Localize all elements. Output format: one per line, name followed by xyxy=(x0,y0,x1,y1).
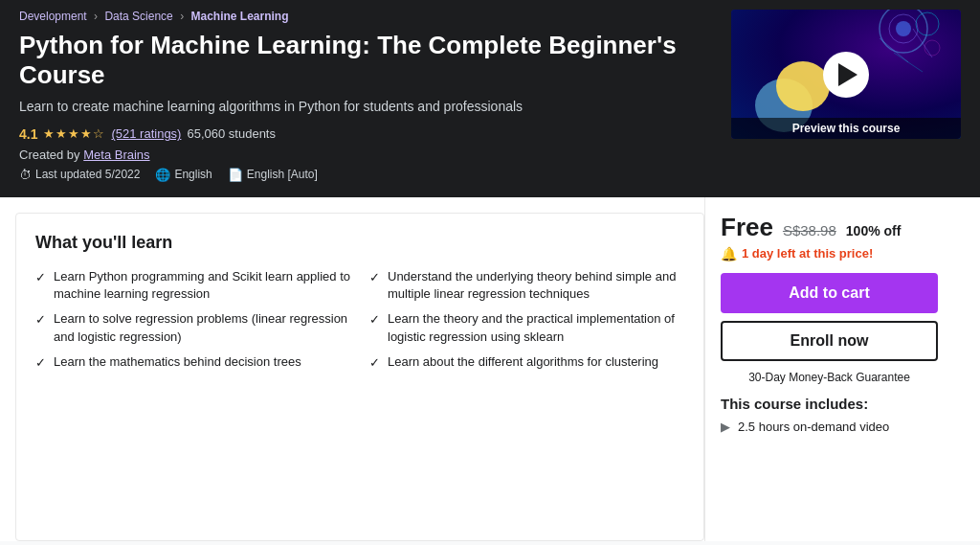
money-back-guarantee: 30-Day Money-Back Guarantee xyxy=(721,371,938,384)
clock-icon: ⏱ xyxy=(19,168,32,182)
caption-label: English [Auto] xyxy=(247,168,318,181)
breadcrumb-sep-2: › xyxy=(180,10,187,23)
meta-updated: ⏱ Last updated 5/2022 xyxy=(19,168,140,182)
breadcrumb-sep-1: › xyxy=(94,10,100,23)
includes-video-text: 2.5 hours on-demand video xyxy=(738,420,889,434)
created-by-label: Created by xyxy=(19,148,80,162)
video-icon: ▶ xyxy=(721,420,730,434)
globe-icon: 🌐 xyxy=(155,168,170,182)
timer-row: 🔔 1 day left at this price! xyxy=(721,246,938,261)
language-label: English xyxy=(174,168,212,181)
breadcrumb-data-science[interactable]: Data Science xyxy=(104,10,172,23)
breadcrumb-current: Machine Learning xyxy=(190,10,288,23)
check-icon-4: ✓ xyxy=(369,269,380,286)
last-updated: Last updated 5/2022 xyxy=(35,168,140,181)
learn-text-5: Learn the theory and the practical imple… xyxy=(388,310,684,345)
learn-item-5: ✓ Learn the theory and the practical imp… xyxy=(369,310,684,345)
check-icon-6: ✓ xyxy=(369,354,380,372)
creator-link[interactable]: Meta Brains xyxy=(83,148,149,162)
learn-item-6: ✓ Learn about the different algorithms f… xyxy=(369,353,684,372)
svg-line-7 xyxy=(894,53,923,72)
price-free: Free xyxy=(721,213,773,242)
check-icon-2: ✓ xyxy=(35,311,46,329)
svg-point-9 xyxy=(776,61,830,111)
rating-count[interactable]: (521 ratings) xyxy=(111,126,181,141)
learn-item-4: ✓ Understand the underlying theory behin… xyxy=(369,268,684,303)
check-icon-3: ✓ xyxy=(35,354,46,372)
learn-text-1: Learn Python programming and Scikit lear… xyxy=(54,268,350,303)
learn-text-6: Learn about the different algorithms for… xyxy=(388,353,658,371)
student-count: 65,060 students xyxy=(187,126,276,141)
svg-point-2 xyxy=(896,21,911,36)
add-to-cart-button[interactable]: Add to cart xyxy=(721,273,938,313)
course-preview[interactable]: Preview this course xyxy=(731,10,961,139)
stars: ★★★★☆ xyxy=(43,126,105,141)
price-row: Free S$38.98 100% off xyxy=(721,213,938,242)
learn-text-4: Understand the underlying theory behind … xyxy=(388,268,684,303)
meta-language: 🌐 English xyxy=(155,168,212,182)
creator-row: Created by Meta Brains xyxy=(19,148,961,162)
learn-title: What you'll learn xyxy=(35,233,684,253)
svg-line-5 xyxy=(880,38,908,62)
enroll-now-button[interactable]: Enroll now xyxy=(721,321,938,361)
course-header: Development › Data Science › Machine Lea… xyxy=(0,0,980,197)
caption-icon: 📄 xyxy=(228,168,243,182)
svg-point-4 xyxy=(924,40,940,56)
breadcrumb-development[interactable]: Development xyxy=(19,10,87,23)
check-icon-1: ✓ xyxy=(35,269,46,286)
meta-row: ⏱ Last updated 5/2022 🌐 English 📄 Englis… xyxy=(19,168,961,182)
learn-text-3: Learn the mathematics behind decision tr… xyxy=(54,353,301,371)
svg-line-6 xyxy=(913,29,932,57)
includes-video-item: ▶ 2.5 hours on-demand video xyxy=(721,420,938,434)
content-area: What you'll learn ✓ Learn Python program… xyxy=(0,197,980,541)
course-title: Python for Machine Learning: The Complet… xyxy=(19,31,708,90)
learn-item-1: ✓ Learn Python programming and Scikit le… xyxy=(35,268,350,303)
play-icon xyxy=(838,63,858,86)
meta-caption: 📄 English [Auto] xyxy=(228,168,318,182)
learn-grid: ✓ Learn Python programming and Scikit le… xyxy=(35,268,684,372)
learn-item-2: ✓ Learn to solve regression problems (li… xyxy=(35,310,350,345)
timer-text: 1 day left at this price! xyxy=(742,246,873,261)
price-original: S$38.98 xyxy=(783,222,836,238)
what-you-learn-section: What you'll learn ✓ Learn Python program… xyxy=(15,213,704,541)
course-subtitle: Learn to create machine learning algorit… xyxy=(19,98,689,117)
alarm-icon: 🔔 xyxy=(721,246,737,261)
pricing-sidebar: Free S$38.98 100% off 🔔 1 day left at th… xyxy=(704,197,953,541)
learn-text-2: Learn to solve regression problems (line… xyxy=(54,310,350,345)
includes-title: This course includes: xyxy=(721,396,938,412)
rating-number: 4.1 xyxy=(19,126,37,142)
play-button[interactable] xyxy=(823,52,869,98)
preview-label: Preview this course xyxy=(731,118,961,139)
discount-badge: 100% off xyxy=(846,223,902,238)
learn-item-3: ✓ Learn the mathematics behind decision … xyxy=(35,353,350,372)
check-icon-5: ✓ xyxy=(369,311,380,329)
